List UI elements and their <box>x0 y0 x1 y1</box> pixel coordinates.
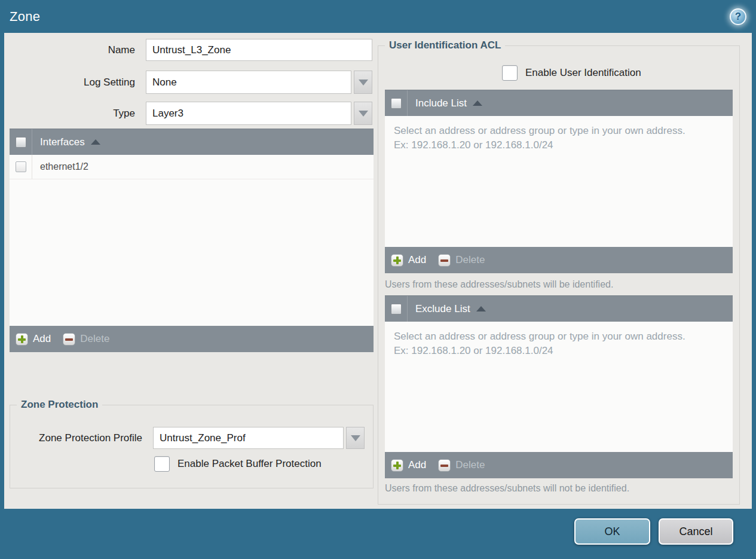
type-dropdown: Layer3 <box>146 102 372 125</box>
plus-icon <box>391 254 403 267</box>
sort-ascending-icon <box>476 306 486 311</box>
include-select-all-checkbox[interactable] <box>391 98 402 109</box>
row-checkbox-cell <box>10 155 32 179</box>
type-value[interactable]: Layer3 <box>146 102 351 125</box>
zone-protection-section: Zone Protection Zone Protection Profile … <box>10 405 374 488</box>
dialog-title: Zone <box>10 9 40 25</box>
include-list-footer: Add Delete <box>385 247 733 273</box>
packet-buffer-label: Enable Packet Buffer Protection <box>177 458 322 470</box>
interface-name: ethernet1/2 <box>32 155 88 179</box>
interfaces-column-label: Interfaces <box>40 136 85 148</box>
ok-button[interactable]: OK <box>574 518 650 545</box>
delete-button-label: Delete <box>455 254 485 266</box>
sort-ascending-icon <box>91 139 100 145</box>
exclude-delete-button[interactable]: Delete <box>438 459 485 472</box>
include-list-body[interactable]: Select an address or address group or ty… <box>385 116 733 247</box>
zone-dialog: Zone ? Name Log Setting None Type Layer3 <box>0 0 756 559</box>
chevron-down-icon <box>359 111 368 117</box>
interfaces-column-header[interactable]: Interfaces <box>32 129 100 155</box>
exclude-helper-text: Users from these addresses/subnets will … <box>385 483 629 494</box>
packet-buffer-row: Enable Packet Buffer Protection <box>154 456 322 472</box>
add-button-label: Add <box>408 254 426 266</box>
add-button-label: Add <box>33 333 51 345</box>
zone-protection-profile-dropdown-button[interactable] <box>346 427 365 449</box>
dialog-titlebar: Zone ? <box>0 0 756 33</box>
log-setting-dropdown-button[interactable] <box>354 71 372 94</box>
type-dropdown-button[interactable] <box>354 102 372 125</box>
minus-icon <box>63 333 75 346</box>
include-list-column-header[interactable]: Include List <box>408 90 482 116</box>
exclude-list-column-header[interactable]: Exclude List <box>408 296 486 322</box>
minus-icon <box>438 254 451 267</box>
interfaces-table-header: Interfaces <box>10 129 374 155</box>
exclude-list-header: Exclude List <box>385 295 733 322</box>
user-identification-acl-section: User Identification ACL Enable User Iden… <box>378 45 740 505</box>
plus-icon <box>391 459 403 472</box>
exclude-add-button[interactable]: Add <box>391 459 426 472</box>
exclude-list-label: Exclude List <box>415 303 470 315</box>
type-label: Type <box>4 102 140 125</box>
include-helper-text: Users from these addresses/subnets will … <box>385 279 613 290</box>
dialog-body: Name Log Setting None Type Layer3 <box>4 33 752 509</box>
include-add-button[interactable]: Add <box>391 254 426 267</box>
table-row[interactable]: ethernet1/2 <box>10 155 374 179</box>
delete-button-label: Delete <box>455 459 485 471</box>
zone-protection-profile-dropdown: Untrust_Zone_Prof <box>153 427 365 449</box>
include-delete-button[interactable]: Delete <box>438 254 485 267</box>
exclude-select-all-checkbox[interactable] <box>391 304 402 314</box>
log-setting-dropdown: None <box>146 71 372 94</box>
interfaces-table: Interfaces ethernet1/2 Add <box>10 129 374 352</box>
minus-icon <box>438 459 451 472</box>
dialog-footer: OK Cancel <box>0 509 756 559</box>
zone-protection-profile-value[interactable]: Untrust_Zone_Prof <box>153 427 344 449</box>
name-label: Name <box>4 39 140 61</box>
zone-protection-legend: Zone Protection <box>17 399 102 411</box>
interfaces-select-all-checkbox[interactable] <box>16 137 26 148</box>
help-icon[interactable]: ? <box>730 8 746 25</box>
include-list-table: Include List Select an address or addres… <box>385 90 733 273</box>
log-setting-label: Log Setting <box>4 71 140 94</box>
cancel-button[interactable]: Cancel <box>659 518 733 545</box>
include-header-checkbox-cell <box>385 90 408 116</box>
interfaces-add-button[interactable]: Add <box>16 333 51 346</box>
exclude-list-table: Exclude List Select an address or addres… <box>385 295 733 478</box>
add-button-label: Add <box>408 459 426 471</box>
include-list-label: Include List <box>415 97 467 109</box>
exclude-list-placeholder: Select an address or address group or ty… <box>385 322 696 366</box>
plus-icon <box>16 333 28 346</box>
row-checkbox[interactable] <box>16 161 26 172</box>
packet-buffer-checkbox[interactable] <box>154 456 170 472</box>
enable-user-identification-label: Enable User Identification <box>525 67 641 79</box>
interfaces-table-footer: Add Delete <box>10 326 374 352</box>
sort-ascending-icon <box>473 100 482 106</box>
name-input[interactable] <box>146 39 372 61</box>
chevron-down-icon <box>351 435 360 441</box>
include-list-placeholder: Select an address or address group or ty… <box>385 116 696 160</box>
zone-protection-profile-label: Zone Protection Profile <box>10 427 148 449</box>
log-setting-value[interactable]: None <box>146 71 351 94</box>
user-identification-acl-legend: User Identification ACL <box>385 39 505 51</box>
interfaces-header-checkbox-cell <box>10 129 32 155</box>
delete-button-label: Delete <box>80 333 109 345</box>
include-list-header: Include List <box>385 90 733 116</box>
interfaces-table-body: ethernet1/2 <box>10 155 374 326</box>
chevron-down-icon <box>359 80 368 85</box>
exclude-header-checkbox-cell <box>385 296 408 322</box>
enable-user-identification-checkbox[interactable] <box>502 65 518 81</box>
exclude-list-body[interactable]: Select an address or address group or ty… <box>385 322 733 452</box>
enable-user-identification-row: Enable User Identification <box>502 65 641 81</box>
interfaces-delete-button[interactable]: Delete <box>63 333 109 346</box>
exclude-list-footer: Add Delete <box>385 452 733 478</box>
